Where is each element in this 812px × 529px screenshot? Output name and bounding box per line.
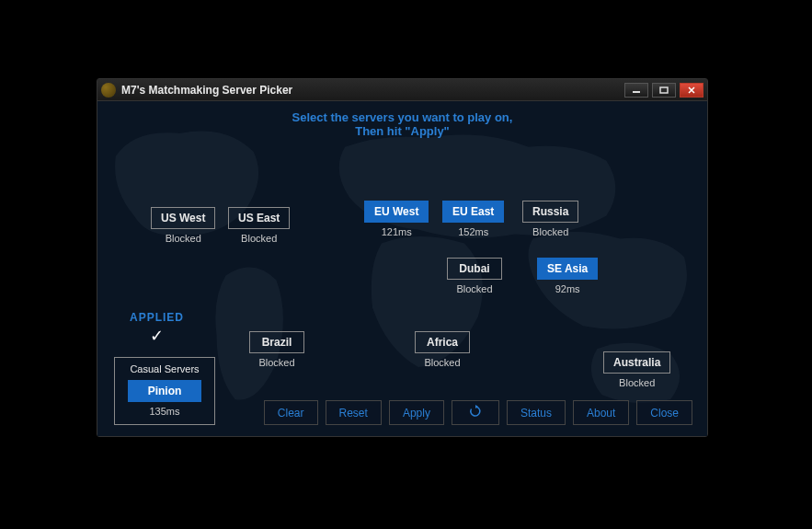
server-brazil: Brazil Blocked <box>249 331 304 368</box>
applied-label: APPLIED <box>130 311 184 324</box>
casual-servers-panel: Casual Servers Pinion 135ms <box>114 357 215 425</box>
server-africa: Africa Blocked <box>415 331 470 368</box>
server-brazil-button[interactable]: Brazil <box>249 331 304 353</box>
server-dubai: Dubai Blocked <box>447 258 502 294</box>
server-dubai-status: Blocked <box>447 283 502 294</box>
server-se-asia-button[interactable]: SE Asia <box>537 258 598 280</box>
server-se-asia-status: 92ms <box>537 283 598 294</box>
svg-rect-1 <box>660 87 668 93</box>
server-us-west-status: Blocked <box>151 233 215 244</box>
applied-indicator: APPLIED ✓ <box>130 311 184 346</box>
server-se-asia: SE Asia 92ms <box>537 258 598 294</box>
minimize-button[interactable] <box>624 83 648 98</box>
server-russia-button[interactable]: Russia <box>522 201 578 223</box>
refresh-icon <box>469 408 482 420</box>
action-bar: Clear Reset Apply Status About Close <box>264 400 692 425</box>
app-window: M7's Matchmaking Server Picker <box>97 78 708 437</box>
server-eu-west-button[interactable]: EU West <box>364 201 429 223</box>
server-russia-status: Blocked <box>522 226 578 237</box>
instructions: Select the servers you want to play on, … <box>97 101 707 138</box>
server-us-east-button[interactable]: US East <box>228 207 290 229</box>
server-us-west-button[interactable]: US West <box>151 207 215 229</box>
server-us-east: US East Blocked <box>228 207 290 244</box>
server-dubai-button[interactable]: Dubai <box>447 258 502 280</box>
casual-pinion-status: 135ms <box>122 406 207 417</box>
server-africa-status: Blocked <box>415 357 470 368</box>
check-icon: ✓ <box>130 326 184 346</box>
titlebar[interactable]: M7's Matchmaking Server Picker <box>97 79 707 101</box>
casual-pinion-button[interactable]: Pinion <box>128 380 201 402</box>
server-australia: Australia Blocked <box>603 351 670 388</box>
svg-rect-0 <box>633 91 640 93</box>
instructions-line1: Select the servers you want to play on, <box>97 110 707 124</box>
server-eu-east: EU East 152ms <box>442 201 504 237</box>
server-africa-button[interactable]: Africa <box>415 331 470 353</box>
window-title: M7's Matchmaking Server Picker <box>121 84 624 97</box>
status-button[interactable]: Status <box>507 400 566 425</box>
server-eu-west: EU West 121ms <box>364 201 429 237</box>
close-button[interactable]: Close <box>636 400 692 425</box>
casual-servers-title: Casual Servers <box>122 363 207 374</box>
close-window-button[interactable] <box>680 83 703 98</box>
content-area: Select the servers you want to play on, … <box>97 101 707 436</box>
clear-button[interactable]: Clear <box>264 400 318 425</box>
server-eu-east-button[interactable]: EU East <box>442 201 504 223</box>
server-eu-east-status: 152ms <box>442 226 504 237</box>
server-russia: Russia Blocked <box>522 201 578 237</box>
app-icon <box>101 83 116 98</box>
instructions-line2: Then hit "Apply" <box>97 124 707 138</box>
maximize-button[interactable] <box>652 83 676 98</box>
server-us-west: US West Blocked <box>151 207 215 244</box>
refresh-button[interactable] <box>452 400 499 425</box>
server-australia-button[interactable]: Australia <box>603 351 670 374</box>
reset-button[interactable]: Reset <box>326 400 382 425</box>
apply-button[interactable]: Apply <box>389 400 444 425</box>
server-brazil-status: Blocked <box>249 357 304 368</box>
server-us-east-status: Blocked <box>228 233 290 244</box>
server-eu-west-status: 121ms <box>364 226 429 237</box>
about-button[interactable]: About <box>573 400 629 425</box>
window-controls <box>624 83 703 98</box>
server-australia-status: Blocked <box>603 377 670 388</box>
